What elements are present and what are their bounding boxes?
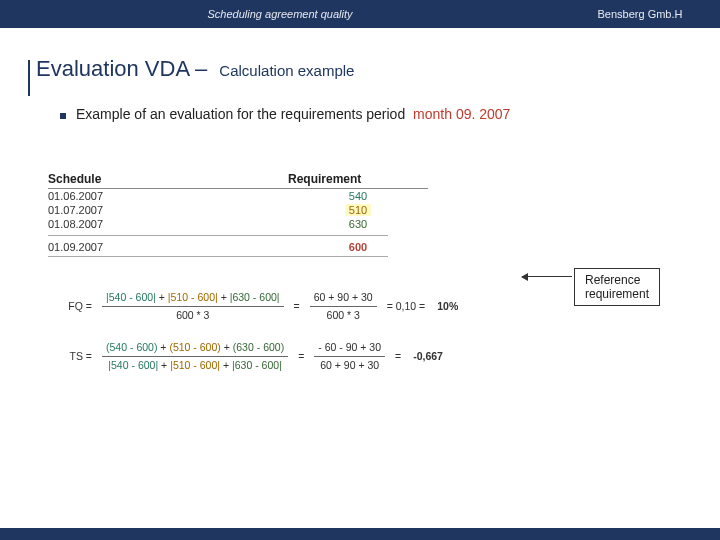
ts-label: TS =	[60, 349, 98, 364]
bullet-accent: month 09. 2007	[413, 106, 510, 122]
fq-eq-small: = 0,10 =	[387, 299, 426, 314]
ts-term: (510 - 600)	[169, 341, 220, 353]
fq-term: |540 - 600|	[106, 291, 156, 303]
fq-term: |630 - 600|	[230, 291, 280, 303]
topbar-company: Bensberg Gmb.H	[560, 8, 720, 20]
schedule-date: 01.08.2007	[48, 217, 288, 231]
title-main: Evaluation VDA –	[36, 56, 207, 81]
schedule-date: 01.09.2007	[48, 240, 288, 254]
req-value: 630	[349, 218, 367, 230]
fq-den: 600 * 3	[172, 307, 213, 323]
req-value-ref: 600	[349, 241, 367, 253]
divider	[48, 235, 388, 236]
ts-term: |630 - 600|	[232, 359, 282, 371]
table-row: 01.07.2007 510	[48, 203, 608, 217]
bullet: Example of an evaluation for the require…	[0, 106, 720, 122]
title-accent-bar	[28, 60, 30, 96]
table-row-ref: 01.09.2007 600	[48, 240, 608, 254]
equals: =	[298, 349, 304, 364]
slide-title: Evaluation VDA – Calculation example	[0, 56, 720, 82]
arrow-left-icon	[522, 276, 572, 277]
fq-num2: 60 + 90 + 30	[310, 290, 377, 307]
ts-term: |540 - 600|	[108, 359, 158, 371]
fq-den2: 600 * 3	[323, 307, 364, 323]
formulas: FQ = |540 - 600| + |510 - 600| + |630 - …	[60, 290, 640, 391]
topbar-title: Scheduling agreement quality	[0, 8, 560, 20]
title-sub: Calculation example	[219, 62, 354, 79]
req-value: 510	[345, 204, 371, 216]
ts-result: -0,667	[413, 349, 443, 364]
table-row: 01.06.2007 540	[48, 189, 608, 203]
ts-num2: - 60 - 90 + 30	[314, 340, 385, 357]
ts-eq-small: =	[395, 349, 401, 364]
hdr-requirement: Requirement	[288, 170, 428, 189]
req-value: 540	[349, 190, 367, 202]
fq-label: FQ =	[60, 299, 98, 314]
top-bar: Scheduling agreement quality Bensberg Gm…	[0, 0, 720, 28]
fq-result: 10%	[437, 299, 458, 314]
schedule-table: Schedule Requirement 01.06.2007 540 01.0…	[48, 170, 608, 259]
schedule-date: 01.07.2007	[48, 203, 288, 217]
ts-term: (540 - 600)	[106, 341, 157, 353]
ts-term: |510 - 600|	[170, 359, 220, 371]
bullet-square-icon	[60, 113, 66, 119]
hdr-schedule: Schedule	[48, 170, 288, 189]
bottom-bar	[0, 528, 720, 540]
fq-formula: FQ = |540 - 600| + |510 - 600| + |630 - …	[60, 290, 640, 322]
fq-term: |510 - 600|	[168, 291, 218, 303]
ts-term: (630 - 600)	[233, 341, 284, 353]
ts-den2: 60 + 90 + 30	[316, 357, 383, 373]
table-row: 01.08.2007 630	[48, 217, 608, 231]
equals: =	[294, 299, 300, 314]
callout-line1: Reference	[585, 273, 649, 287]
divider	[48, 256, 388, 257]
bullet-text: Example of an evaluation for the require…	[76, 106, 405, 122]
ts-formula: TS = (540 - 600) + (510 - 600) + (630 - …	[60, 340, 640, 372]
schedule-date: 01.06.2007	[48, 189, 288, 203]
